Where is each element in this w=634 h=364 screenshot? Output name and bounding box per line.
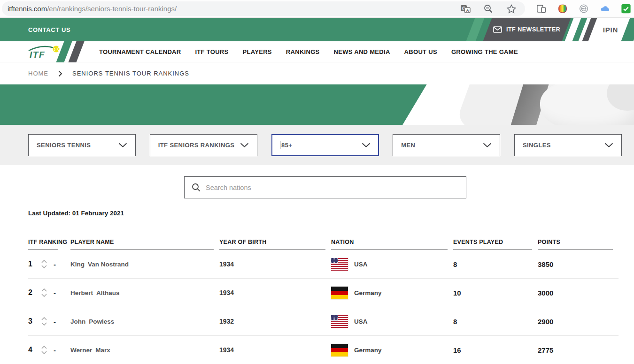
points: 3000 [538,289,619,297]
newsletter-button[interactable]: ITF NEWSLETTER [483,18,571,41]
chevron-right-icon [58,70,62,77]
nav-item[interactable]: ITF TOURS [195,48,228,55]
header-year-of-birth: YEAR OF BIRTH [219,238,331,250]
contact-us-link[interactable]: CONTACT US [28,18,70,41]
player-name: WernerMarx [70,347,219,354]
rankings-table: ITF RANKING PLAYER NAME YEAR OF BIRTH NA… [28,238,619,364]
table-row[interactable]: 4 - WernerMarx 1934 Germany 16 2775 [28,336,619,364]
address-bar[interactable]: itftennis.com/en/rankings/seniors-tennis… [2,1,525,16]
filter-dropdown[interactable]: ITF SENIORS RANKINGS [150,134,257,156]
nav-item[interactable]: RANKINGS [286,48,320,55]
year-of-birth: 1934 [219,260,331,268]
nav-item[interactable]: NEWS AND MEDIA [334,48,390,55]
filter-value: ITF SENIORS RANKINGS [158,142,235,149]
filter-value: MEN [401,142,415,149]
filter-dropdown[interactable]: SENIORS TENNIS [28,134,136,156]
site-topbar: CONTACT US ITF NEWSLETTER IPIN [0,18,634,41]
chevron-down-icon [483,143,492,148]
player-name: HerbertAlthaus [70,289,219,296]
breadcrumb: HOME SENIORS TENNIS TOUR RANKINGS [0,62,634,84]
last-updated-label: Last Updated: 01 February 2021 [28,210,634,217]
translate-icon[interactable]: GA [460,4,471,14]
chevron-down-icon [240,143,249,148]
ipin-label: IPIN [603,26,618,34]
svg-text:ITF: ITF [30,50,45,60]
year-of-birth: 1934 [219,289,331,296]
header-events-played: EVENTS PLAYED [453,238,538,250]
text-caret [280,141,281,149]
events-played: 16 [453,346,538,354]
nation-name: Germany [354,347,382,354]
chevron-down-icon [118,143,127,148]
search-nations-box[interactable] [184,176,466,198]
table-row[interactable]: 3 - JohnPowless 1932 USA 8 2900 [28,307,619,336]
logo-slashes [56,41,85,62]
points: 2775 [538,346,619,354]
rank-move-icon [40,344,48,356]
nav-item[interactable]: PLAYERS [243,48,272,55]
svg-text:A: A [466,8,469,12]
events-played: 8 [453,318,538,326]
header-itf-ranking: ITF RANKING [28,238,70,250]
devices-icon[interactable] [536,4,547,14]
filter-value: 85+ [281,142,292,149]
topbar-green-slash [466,18,484,41]
topbar-right-group: ITF NEWSLETTER IPIN [460,18,634,41]
nation-flag [331,344,348,356]
rank-change: - [54,260,56,268]
main-navbar: ITF TOURNAMENT CALENDARITF TOURSPLAYERSR… [0,41,634,62]
year-of-birth: 1934 [219,346,331,354]
banner-player-photo [446,84,634,125]
year-of-birth: 1932 [219,318,331,325]
points: 3850 [538,260,619,268]
table-row[interactable]: 1 - KingVan Nostrand 1934 USA 8 3850 [28,250,619,279]
newsletter-label: ITF NEWSLETTER [506,26,560,33]
check-extension-icon[interactable] [621,4,631,14]
filter-dropdown[interactable]: 85+ [271,134,379,156]
rank-move-icon [40,287,48,298]
rank-change: - [54,346,56,354]
events-played: 10 [453,289,538,297]
filter-dropdown[interactable]: SINGLES [514,134,622,156]
nav-item[interactable]: GROWING THE GAME [451,48,518,55]
nation-cell: Germany [331,287,453,299]
tv-extension-icon[interactable] [557,4,568,14]
search-row [0,176,634,198]
rank-number: 4 [28,346,35,354]
rank-change: - [54,318,56,326]
nation-cell: USA [331,258,453,271]
url-domain: itftennis.com [8,5,47,13]
bookmark-star-icon[interactable] [506,4,517,14]
envelope-icon [493,26,502,33]
player-name: JohnPowless [70,318,219,325]
page-url[interactable]: itftennis.com/en/rankings/seniors-tennis… [8,5,177,13]
nav-item[interactable]: ABOUT US [404,48,437,55]
header-points: POINTS [538,238,619,250]
header-player-name: PLAYER NAME [70,238,219,250]
player-name: KingVan Nostrand [70,261,219,268]
url-path: /en/rankings/seniors-tennis-tour-ranking… [47,5,177,13]
nation-name: USA [354,318,368,325]
chevron-down-icon [604,143,613,148]
points: 2900 [538,318,619,326]
breadcrumb-home-link[interactable]: HOME [28,70,48,77]
rank-change: - [54,289,56,297]
nation-cell: Germany [331,344,453,356]
search-icon [192,183,201,192]
table-row[interactable]: 2 - HerbertAlthaus 1934 Germany 10 3000 [28,279,619,307]
cast-icon[interactable] [579,4,589,14]
chevron-down-icon [362,143,371,148]
rank-number: 3 [28,317,35,326]
filter-value: SINGLES [523,142,551,149]
filter-bar: SENIORS TENNIS ITF SENIORS RANKINGS 85+ … [0,125,634,165]
nation-name: USA [354,261,368,268]
table-header-row: ITF RANKING PLAYER NAME YEAR OF BIRTH NA… [28,238,619,250]
cloud-icon[interactable] [600,4,610,14]
filter-dropdown[interactable]: MEN [393,134,500,156]
nation-cell: USA [331,315,453,328]
browser-toolbar: itftennis.com/en/rankings/seniors-tennis… [0,0,634,18]
rank-move-icon [40,258,48,270]
nav-item[interactable]: TOURNAMENT CALENDAR [99,48,181,55]
zoom-out-icon[interactable] [483,4,494,14]
search-nations-input[interactable] [206,184,459,191]
